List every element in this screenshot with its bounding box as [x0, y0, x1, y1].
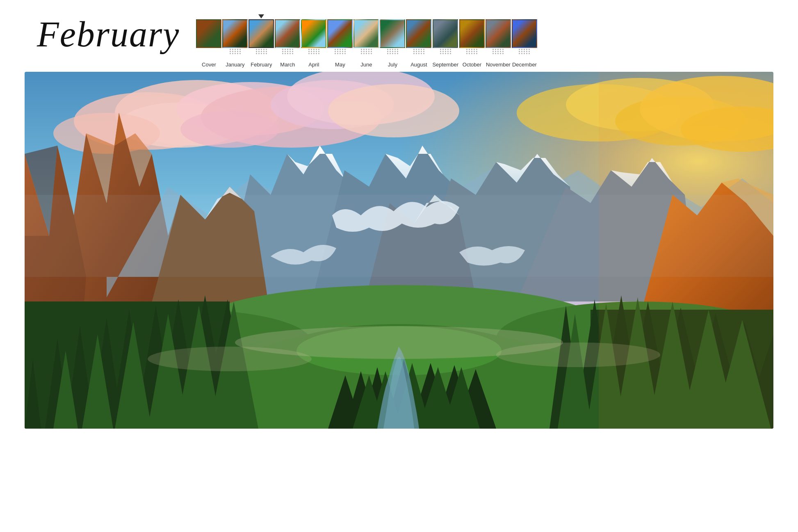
calendar-dots-july: [387, 49, 398, 60]
thumbnail-item-december[interactable]: December: [512, 14, 537, 68]
svg-point-9: [328, 84, 459, 137]
thumbnails-row: CoverJanuaryFebruaryMarchAprilMayJuneJul…: [196, 14, 537, 68]
thumbnail-item-february[interactable]: February: [249, 14, 274, 68]
svg-point-84: [148, 347, 312, 371]
calendar-dots-march: [282, 49, 293, 60]
thumbnail-item-june[interactable]: June: [353, 14, 379, 68]
thumbnail-image-july: [380, 19, 405, 48]
thumbnail-image-august: [406, 19, 431, 48]
thumbnail-label-january: January: [226, 62, 244, 68]
month-script-title: February: [37, 16, 180, 53]
thumbnail-item-september[interactable]: September: [432, 14, 458, 68]
thumbnail-label-september: September: [432, 62, 458, 68]
calendar-dots-april: [308, 49, 319, 60]
thumbnail-item-october[interactable]: October: [459, 14, 485, 68]
header-area: February CoverJanuaryFebruaryMarchAprilM…: [0, 0, 798, 72]
thumbnail-item-july[interactable]: July: [380, 14, 405, 68]
calendar-dots-may: [335, 49, 346, 60]
main-image-container: [25, 72, 773, 429]
svg-point-11: [180, 111, 279, 148]
calendar-dots-february: [256, 49, 267, 60]
thumbnail-item-november[interactable]: November: [486, 14, 511, 68]
thumbnail-item-cover[interactable]: Cover: [196, 14, 221, 68]
thumbnail-item-april[interactable]: April: [301, 14, 326, 68]
thumbnail-label-november: November: [486, 62, 511, 68]
thumbnail-label-august: August: [410, 62, 427, 68]
thumbnail-image-march: [275, 19, 300, 48]
calendar-dots-december: [519, 49, 530, 60]
thumbnail-image-september: [433, 19, 458, 48]
thumbnail-label-july: July: [388, 62, 397, 68]
thumbnail-image-cover: [196, 19, 221, 48]
thumbnail-label-october: October: [463, 62, 481, 68]
calendar-dots-november: [492, 49, 504, 60]
thumbnail-item-january[interactable]: January: [222, 14, 248, 68]
calendar-dots-june: [361, 49, 372, 60]
thumbnail-image-january: [222, 19, 248, 48]
thumbnail-label-cover: Cover: [202, 62, 216, 68]
thumbnail-image-october: [459, 19, 485, 48]
thumbnail-image-november: [486, 19, 511, 48]
thumbnail-label-june: June: [360, 62, 372, 68]
calendar-dots-august: [413, 49, 424, 60]
thumbnail-label-may: May: [335, 62, 345, 68]
calendar-dots-january: [230, 49, 241, 60]
thumbnail-item-march[interactable]: March: [275, 14, 300, 68]
thumbnail-image-december: [512, 19, 537, 48]
calendar-dots-september: [440, 49, 451, 60]
thumbnail-label-march: March: [280, 62, 295, 68]
thumbnail-image-june: [353, 19, 379, 48]
svg-rect-87: [599, 72, 773, 429]
thumbnail-strip: CoverJanuaryFebruaryMarchAprilMayJuneJul…: [196, 14, 537, 68]
thumbnail-image-may: [327, 19, 353, 48]
thumbnail-image-april: [301, 19, 326, 48]
thumbnail-item-may[interactable]: May: [327, 14, 353, 68]
thumbnail-label-february: February: [251, 62, 272, 68]
thumbnail-item-august[interactable]: August: [406, 14, 431, 68]
thumbnail-label-december: December: [512, 62, 537, 68]
main-landscape: [25, 72, 773, 429]
calendar-dots-october: [466, 49, 477, 60]
thumbnail-image-february: [249, 19, 274, 48]
thumbnail-label-april: April: [308, 62, 319, 68]
active-arrow-icon: [258, 14, 264, 18]
